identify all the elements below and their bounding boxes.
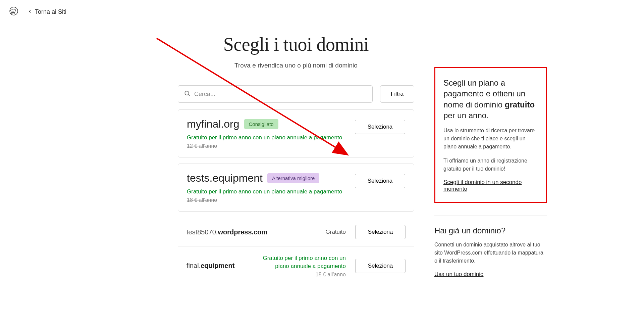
price-struck: 12 € all'anno <box>187 143 355 149</box>
domain-name: test85070.wordpress.com <box>186 228 267 236</box>
promo-text: Gratuito per il primo anno con un piano … <box>187 188 355 195</box>
domain-row: test85070.wordpress.com Gratuito Selezio… <box>178 218 414 247</box>
filter-button[interactable]: Filtra <box>380 85 414 103</box>
select-domain-button[interactable]: Seleziona <box>355 225 406 239</box>
divider <box>434 216 547 216</box>
promo-text: Gratuito per il primo anno con un piano … <box>259 254 346 270</box>
svg-point-1 <box>185 91 189 95</box>
domain-card: myfinal.org Consigliato Gratuito per il … <box>178 109 414 157</box>
back-to-sites-link[interactable]: Torna ai Siti <box>28 8 66 15</box>
header-bar: Torna ai Siti <box>0 0 644 24</box>
recommended-badge: Consigliato <box>244 119 278 129</box>
domain-name: final.equipment <box>186 262 234 270</box>
price-struck: 18 € all'anno <box>187 197 355 203</box>
promo-info-box: Scegli un piano a pagamento e ottieni un… <box>434 67 547 203</box>
domain-name: myfinal.org <box>187 118 239 130</box>
free-label: Gratuito <box>326 229 346 235</box>
search-icon <box>184 90 191 98</box>
select-domain-button[interactable]: Seleziona <box>355 259 406 273</box>
chevron-left-icon <box>28 8 32 15</box>
select-domain-button[interactable]: Seleziona <box>355 120 405 134</box>
existing-domain-para: Connetti un dominio acquistato altrove a… <box>434 241 547 265</box>
promo-box-para: Ti offriamo un anno di registrazione gra… <box>443 157 538 173</box>
domain-name: tests.equipment <box>187 172 263 184</box>
promo-box-title: Scegli un piano a pagamento e ottieni un… <box>443 78 538 121</box>
wordpress-logo-icon <box>9 7 18 17</box>
domain-search-input[interactable] <box>178 85 373 103</box>
existing-domain-title: Hai già un dominio? <box>434 226 547 235</box>
domain-row: final.equipment Gratuito per il primo an… <box>178 247 414 285</box>
choose-later-link[interactable]: Scegli il dominio in un secondo momento <box>443 179 522 192</box>
promo-box-para: Usa lo strumento di ricerca per trovare … <box>443 127 538 151</box>
search-row: Filtra <box>178 85 414 103</box>
svg-line-2 <box>188 94 190 96</box>
price-struck: 18 € all'anno <box>259 272 346 278</box>
page-title: Scegli i tuoi domini <box>178 34 414 55</box>
page-subtitle: Trova e rivendica uno o più nomi di domi… <box>178 62 414 69</box>
back-link-label: Torna ai Siti <box>35 8 66 15</box>
promo-text: Gratuito per il primo anno con un piano … <box>187 134 355 141</box>
select-domain-button[interactable]: Seleziona <box>355 174 405 188</box>
domain-card: tests.equipment Alternativa migliore Gra… <box>178 164 414 212</box>
use-own-domain-link[interactable]: Usa un tuo dominio <box>434 271 483 277</box>
alternative-badge: Alternativa migliore <box>267 173 320 183</box>
